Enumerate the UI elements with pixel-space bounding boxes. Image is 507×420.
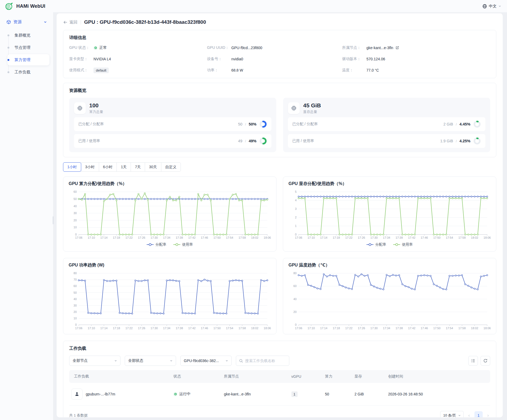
- chart-legend: 分配率使用率: [69, 241, 271, 249]
- svg-text:17:14: 17:14: [320, 236, 327, 240]
- power-trend-chart-card: GPU 功率趋势 (W) 0102030405060708017:0617:10…: [63, 258, 276, 334]
- compute-overview-card: 100 算力总量 已分配 / 分配率 50 / 50%: [69, 98, 276, 152]
- chart-title: GPU 算力分配/使用趋势（%）: [69, 181, 271, 187]
- row-percent: 4.25%: [459, 139, 470, 143]
- row-value: 2 GiB: [443, 122, 453, 126]
- svg-text:17:46: 17:46: [201, 236, 208, 240]
- charts-row-2: GPU 功率趋势 (W) 0102030405060708017:0617:10…: [63, 258, 496, 334]
- workload-status: 运行中: [179, 392, 190, 397]
- legend-item[interactable]: 使用率: [173, 242, 193, 247]
- col-vgpu: vGPU: [288, 370, 322, 383]
- cube-icon: [6, 20, 11, 24]
- field-value: GPU-f9cd...23f800: [231, 46, 262, 50]
- tab-30d[interactable]: 30天: [145, 162, 161, 172]
- tab-1d[interactable]: 1天: [116, 162, 131, 172]
- svg-text:17:34: 17:34: [163, 327, 170, 330]
- workload-node: gke-kant...e-3fln: [224, 392, 251, 396]
- svg-text:0: 0: [295, 233, 297, 236]
- tab-7d[interactable]: 7天: [131, 162, 145, 172]
- svg-text:17:38: 17:38: [176, 327, 183, 330]
- svg-text:17:30: 17:30: [370, 327, 378, 330]
- sidebar-item-compute-management[interactable]: 算力管理: [7, 54, 49, 65]
- legend-item[interactable]: 分配率: [366, 242, 386, 247]
- memory-used-row: 已用 / 使用率 1.9 GiB / 4.25%: [288, 134, 485, 148]
- memory-trend-chart-card: GPU 显存分配/使用趋势（%） 01234517:0617:1017:1417…: [283, 176, 496, 252]
- svg-text:17:06: 17:06: [75, 236, 82, 240]
- row-label: 已用 / 使用率: [78, 139, 100, 143]
- row-separator: /: [245, 122, 246, 126]
- svg-text:17:54: 17:54: [446, 236, 453, 240]
- chevron-down-icon: [114, 359, 117, 362]
- field-value: 68.8 W: [231, 68, 243, 72]
- tab-custom[interactable]: 自定义: [161, 162, 181, 172]
- legend-item[interactable]: 分配率: [147, 242, 166, 247]
- sidebar-item-node-management[interactable]: 节点管理: [7, 42, 49, 53]
- prev-page-button[interactable]: ‹: [467, 413, 471, 417]
- table-row[interactable]: gpuburn-...-lb77m 运行中 gke-kant...e-3fln: [69, 383, 490, 406]
- sidebar-item-cluster-overview[interactable]: 集群概览: [7, 30, 49, 41]
- external-link-icon: [395, 46, 399, 50]
- row-label: 已用 / 使用率: [292, 139, 314, 143]
- node-filter-select[interactable]: 全部节点: [69, 356, 120, 366]
- workload-search-input[interactable]: [245, 359, 286, 363]
- field-card-type: 显卡类型： NVIDIA L4: [69, 56, 204, 62]
- svg-text:0: 0: [295, 323, 297, 326]
- language-selector[interactable]: 中文: [482, 4, 501, 9]
- tab-1h[interactable]: 1小时: [63, 162, 81, 172]
- temperature-trend-chart-card: GPU 温度趋势（℃） 02040608017:0617:1017:1417:1…: [283, 258, 496, 334]
- status-filter-select[interactable]: 全部状态: [125, 356, 176, 366]
- refresh-button[interactable]: [481, 356, 490, 366]
- legend-item[interactable]: 使用率: [393, 242, 413, 247]
- sidebar-menu: 集群概览 节点管理 算力管理 工作负载: [7, 30, 49, 78]
- svg-text:0: 0: [75, 323, 77, 326]
- workloads-footer: 共 1 条数据 10 条/页 ‹ 1 ›: [69, 411, 490, 417]
- col-created: 创建时间: [385, 370, 490, 383]
- workloads-card: 工作负载 全部节点 全部状态 GPU-f9cd036c-382...: [63, 341, 496, 417]
- field-value: 77.0 °C: [366, 68, 379, 72]
- svg-text:17:46: 17:46: [421, 327, 428, 330]
- chip-icon: [74, 102, 86, 114]
- svg-text:80: 80: [293, 272, 297, 275]
- compute-trend-chart-card: GPU 算力分配/使用趋势（%） 010203040506017:0617:10…: [63, 176, 276, 252]
- svg-text:17:18: 17:18: [333, 327, 340, 330]
- chart-canvas: 01234517:0617:1017:1417:1817:2217:2617:3…: [288, 189, 491, 241]
- status-ok-icon: [93, 46, 98, 50]
- svg-text:1: 1: [295, 224, 297, 227]
- memory-total-label: 显存总量: [303, 109, 321, 114]
- memory-overview-card: 45 GiB 显存总量 已分配 / 分配率 2 GiB / 4.45%: [283, 98, 490, 152]
- gpu-filter-select[interactable]: GPU-f9cd036c-382...: [180, 356, 232, 366]
- sidebar-collapse-handle[interactable]: [53, 216, 54, 224]
- chevron-down-icon: [44, 21, 47, 23]
- page-1-button[interactable]: 1: [474, 411, 483, 417]
- field-mode: 使用模式： default: [69, 67, 204, 73]
- field-label: 温度：: [342, 68, 365, 73]
- svg-text:2: 2: [295, 216, 297, 219]
- page-header: 返回 GPU : GPU-f9cd036c-382f-b13d-443f-8ba…: [63, 17, 496, 30]
- col-memory: 显存: [351, 370, 385, 383]
- table-toolbar: [468, 356, 490, 366]
- svg-text:60: 60: [293, 285, 297, 288]
- search-icon: [239, 359, 243, 363]
- tab-6h[interactable]: 6小时: [99, 162, 117, 172]
- next-page-button[interactable]: ›: [486, 413, 490, 417]
- sidebar-item-workloads[interactable]: 工作负载: [7, 66, 49, 78]
- legend-marker-icon: [173, 243, 180, 246]
- status-running-icon: [173, 392, 177, 396]
- power-trend-line-chart: 0102030405060708017:0617:1017:1417:1817:…: [69, 271, 271, 331]
- workload-memory: 2 GiB: [354, 392, 364, 396]
- svg-text:17:50: 17:50: [213, 236, 221, 240]
- tab-3h[interactable]: 3小时: [81, 162, 99, 172]
- row-separator: /: [456, 139, 457, 143]
- page-size-select[interactable]: 10 条/页: [440, 411, 464, 417]
- workload-created: 2026-03-26 16:48:50: [388, 392, 423, 396]
- back-button[interactable]: 返回: [63, 20, 77, 25]
- chart-title: GPU 功率趋势 (W): [69, 262, 271, 268]
- node-link[interactable]: gke-kant...e-3fln: [366, 46, 399, 50]
- svg-text:17:54: 17:54: [226, 236, 233, 240]
- sidebar-section-resources[interactable]: 资源: [4, 18, 49, 29]
- workload-name[interactable]: gpuburn-...-lb77m: [86, 392, 115, 396]
- svg-text:40: 40: [73, 297, 77, 301]
- compute-total-label: 算力总量: [89, 109, 103, 114]
- column-settings-button[interactable]: [468, 356, 478, 366]
- language-label: 中文: [489, 4, 497, 9]
